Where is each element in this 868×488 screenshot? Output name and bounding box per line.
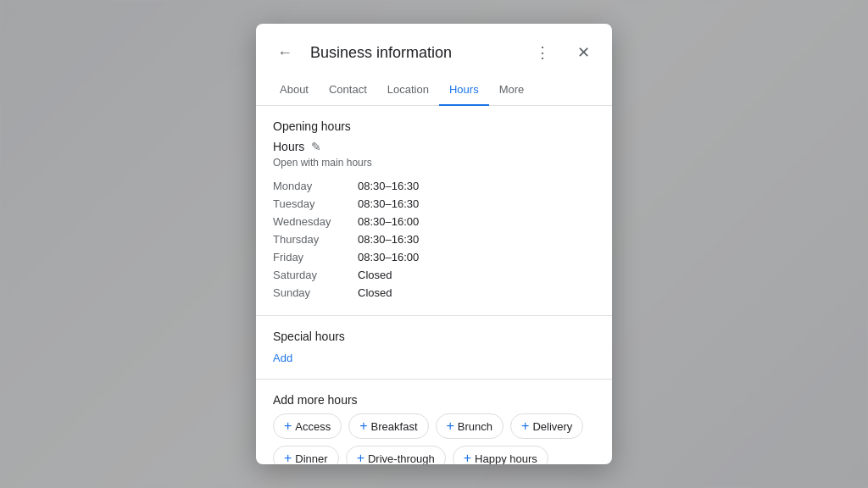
day-label: Wednesday: [273, 213, 358, 230]
hours-value: Closed: [358, 284, 595, 302]
hours-value: 08:30–16:30: [358, 195, 595, 213]
modal-header: ← Business information ⋮ ✕: [256, 24, 612, 68]
back-button[interactable]: ←: [270, 37, 300, 68]
tabs-container: About Contact Location Hours More: [256, 75, 612, 106]
special-hours-title: Special hours: [273, 330, 595, 343]
chip-plus-icon: +: [284, 419, 292, 433]
close-icon: ✕: [577, 43, 590, 62]
hours-table: Monday08:30–16:30Tuesday08:30–16:30Wedne…: [273, 177, 595, 302]
chip-label: Happy hours: [475, 452, 537, 465]
tab-contact[interactable]: Contact: [319, 75, 377, 106]
hours-value: Closed: [358, 266, 595, 284]
day-label: Sunday: [273, 284, 358, 302]
hours-value: 08:30–16:00: [358, 248, 595, 266]
add-hours-chip[interactable]: +Dinner: [273, 446, 339, 464]
chip-label: Brunch: [458, 420, 492, 433]
modal-body: Opening hours Hours ✎ Open with main hou…: [256, 106, 612, 464]
day-label: Monday: [273, 177, 358, 195]
table-row: Monday08:30–16:30: [273, 177, 595, 195]
day-label: Thursday: [273, 230, 358, 248]
table-row: Wednesday08:30–16:00: [273, 213, 595, 230]
chip-label: Drive-through: [368, 452, 435, 465]
hours-subtext: Open with main hours: [273, 157, 595, 169]
back-icon: ←: [277, 44, 292, 62]
hours-value: 08:30–16:30: [358, 230, 595, 248]
modal-title: Business information: [310, 44, 517, 62]
table-row: Friday08:30–16:00: [273, 248, 595, 266]
more-icon: ⋮: [535, 43, 550, 62]
chip-plus-icon: +: [284, 452, 292, 464]
more-options-button[interactable]: ⋮: [527, 37, 558, 68]
chip-label: Dinner: [295, 452, 327, 465]
hours-label: Hours: [273, 140, 304, 153]
add-hours-chip[interactable]: +Happy hours: [453, 446, 548, 464]
table-row: SaturdayClosed: [273, 266, 595, 284]
add-hours-chip[interactable]: +Drive-through: [346, 446, 446, 464]
tab-hours[interactable]: Hours: [439, 75, 489, 106]
chip-plus-icon: +: [357, 452, 364, 464]
chip-plus-icon: +: [447, 419, 454, 433]
tab-more[interactable]: More: [489, 75, 535, 106]
add-hours-chip[interactable]: +Brunch: [436, 413, 504, 439]
hours-value: 08:30–16:00: [358, 213, 595, 230]
day-label: Saturday: [273, 266, 358, 284]
table-row: Tuesday08:30–16:30: [273, 195, 595, 213]
chip-plus-icon: +: [359, 419, 367, 433]
business-information-modal: ← Business information ⋮ ✕ About Contact…: [256, 24, 612, 464]
add-more-hours-title: Add more hours: [273, 393, 595, 407]
special-hours-section: Special hours Add: [256, 316, 612, 380]
edit-hours-icon[interactable]: ✎: [311, 140, 321, 153]
day-label: Tuesday: [273, 195, 358, 213]
hours-value: 08:30–16:30: [358, 177, 595, 195]
chips-container: +Access+Breakfast+Brunch+Delivery+Dinner…: [273, 413, 595, 464]
add-hours-chip[interactable]: +Access: [273, 413, 342, 439]
table-row: SundayClosed: [273, 284, 595, 302]
tab-location[interactable]: Location: [377, 75, 439, 106]
chip-label: Delivery: [532, 420, 572, 433]
add-more-hours-section: Add more hours +Access+Breakfast+Brunch+…: [256, 380, 612, 464]
tab-about[interactable]: About: [270, 75, 319, 106]
add-special-hours-link[interactable]: Add: [273, 352, 292, 364]
add-hours-chip[interactable]: +Breakfast: [348, 413, 428, 439]
hours-header: Hours ✎: [273, 140, 595, 153]
chip-label: Access: [295, 420, 331, 433]
day-label: Friday: [273, 248, 358, 266]
close-button[interactable]: ✕: [568, 37, 598, 68]
opening-hours-section: Opening hours Hours ✎ Open with main hou…: [256, 106, 612, 316]
chip-plus-icon: +: [464, 452, 471, 464]
opening-hours-title: Opening hours: [273, 119, 595, 133]
table-row: Thursday08:30–16:30: [273, 230, 595, 248]
chip-label: Breakfast: [371, 420, 418, 433]
add-hours-chip[interactable]: +Delivery: [510, 413, 583, 439]
chip-plus-icon: +: [521, 419, 529, 433]
